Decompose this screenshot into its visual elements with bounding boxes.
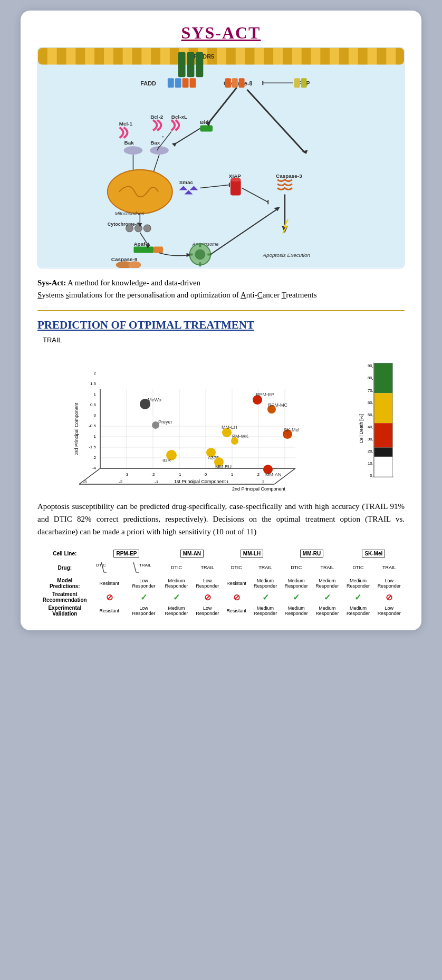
svg-text:SK-Mel: SK-Mel <box>284 427 300 433</box>
section-divider <box>37 310 405 311</box>
rec-mman-trail: ⊘ <box>192 590 223 604</box>
svg-text:-1: -1 <box>92 434 97 439</box>
exp-rpmen-dtic: Resistant <box>92 604 127 618</box>
pathway-svg: DR4/DR5 FADD Caspase-8 cFLIP <box>38 47 404 268</box>
svg-text:50: 50 <box>368 412 372 417</box>
svg-rect-30 <box>200 126 213 132</box>
section2-title: PREDICTION OF OTPIMAL TREATMENT <box>37 319 405 332</box>
rec-mmru-dtic: ✓ <box>281 590 312 604</box>
svg-rect-73 <box>199 262 201 266</box>
svg-rect-14 <box>225 78 231 88</box>
svg-point-26 <box>124 146 143 155</box>
svg-rect-72 <box>199 243 201 247</box>
drug-mmlh-dtic: DTIC <box>223 559 250 577</box>
svg-rect-5 <box>178 52 186 78</box>
pred-mman-dtic: MediumResponder <box>161 577 192 590</box>
svg-point-71 <box>195 249 205 260</box>
drug-mman-dtic: DTIC <box>161 559 192 577</box>
svg-text:1: 1 <box>226 479 229 484</box>
exp-mmru-trail: MediumResponder <box>312 604 343 618</box>
svg-text:Mcl-1: Mcl-1 <box>119 121 133 127</box>
svg-text:-1.5: -1.5 <box>89 445 96 449</box>
svg-rect-66 <box>153 247 163 253</box>
rec-mmru-trail: ✓ <box>312 590 343 604</box>
exp-mman-dtic: MediumResponder <box>161 604 192 618</box>
svg-text:2: 2 <box>262 479 265 484</box>
svg-text:90: 90 <box>368 363 372 368</box>
pred-skmel-dtic: MediumResponder <box>343 577 374 590</box>
svg-text:0: 0 <box>370 473 372 478</box>
svg-rect-173 <box>374 393 392 423</box>
svg-text:-2: -2 <box>119 479 123 484</box>
validation-table: Cell Line: RPM-EP MM-AN MM-LH MM-RU SK-M… <box>37 549 405 618</box>
svg-rect-18 <box>294 78 300 88</box>
table-row-drug: Drug: DTIC TRAIL <box>37 559 405 577</box>
svg-text:RPM-MC: RPM-MC <box>268 402 287 408</box>
svg-point-60 <box>134 225 142 232</box>
svg-rect-9 <box>168 78 174 88</box>
svg-text:Bak: Bak <box>124 140 134 146</box>
svg-point-59 <box>126 225 133 232</box>
svg-text:Smac: Smac <box>179 179 194 185</box>
pred-mman-trail: LowResponder <box>192 577 223 590</box>
drug-skmel-trail: TRAIL <box>373 559 405 577</box>
row-label-cellline: Cell Line: <box>37 549 92 559</box>
svg-point-28 <box>150 146 169 155</box>
trail-label: TRAIL <box>43 336 405 344</box>
svg-text:2nd Principal Component: 2nd Principal Component <box>232 486 286 492</box>
svg-point-44 <box>108 170 172 214</box>
svg-text:70: 70 <box>368 388 372 393</box>
exp-mmlh-trail: MediumResponder <box>250 604 281 618</box>
svg-text:-2: -2 <box>151 472 155 477</box>
pred-mmlh-trail: MediumResponder <box>250 577 281 590</box>
svg-text:PM-WK: PM-WK <box>232 434 248 439</box>
svg-text:MM-RU: MM-RU <box>215 464 232 469</box>
pred-rpmen-dtic: Resistant <box>92 577 127 590</box>
svg-text:-2: -2 <box>92 455 97 460</box>
svg-text:0: 0 <box>190 479 193 484</box>
drug-mmru-dtic: DTIC <box>281 559 312 577</box>
svg-text:Caspase-3: Caspase-3 <box>276 173 302 179</box>
cellline-skmel: SK-Mel <box>343 549 405 559</box>
svg-rect-51 <box>230 180 241 196</box>
svg-point-52 <box>230 178 241 182</box>
svg-text:MeWo: MeWo <box>148 397 161 402</box>
cellline-rpmen: RPM-EP <box>92 549 161 559</box>
prediction-text: Apoptosis susceptibility can be predicte… <box>37 500 405 538</box>
svg-rect-7 <box>196 52 203 78</box>
svg-text:-0.5: -0.5 <box>89 424 96 428</box>
chart-area: -4 -2 -1.5 -1 -0.5 0 0.5 1 1.5 2 3rd Pri… <box>37 347 405 495</box>
exp-skmel-dtic: MediumResponder <box>343 604 374 618</box>
svg-text:80: 80 <box>368 376 372 380</box>
exp-mmlh-dtic: Resistant <box>223 604 250 618</box>
svg-rect-175 <box>374 447 392 456</box>
svg-rect-0 <box>38 48 404 267</box>
svg-point-61 <box>143 225 151 232</box>
drug-mmru-trail: TRAIL <box>312 559 343 577</box>
rec-mmlh-trail: ✓ <box>250 590 281 604</box>
svg-text:-3: -3 <box>83 479 87 484</box>
svg-rect-19 <box>301 78 307 88</box>
svg-rect-174 <box>374 423 392 447</box>
pred-mmlh-dtic: Resistant <box>223 577 250 590</box>
svg-rect-6 <box>187 52 195 78</box>
svg-text:FADD: FADD <box>140 80 156 87</box>
svg-rect-172 <box>374 363 392 393</box>
bar-chart-svg: Cell Death [%] 0 10 20 30 40 50 60 70 80… <box>357 358 405 495</box>
rec-skmel-dtic: ✓ <box>343 590 374 604</box>
svg-text:Cell Death [%]: Cell Death [%] <box>359 414 364 443</box>
row-label-model: ModelPredictions: <box>37 577 92 590</box>
svg-text:0: 0 <box>205 472 207 477</box>
pathway-diagram: DR4/DR5 FADD Caspase-8 cFLIP <box>37 47 405 268</box>
svg-text:1st Principal Component: 1st Principal Component <box>174 479 226 484</box>
svg-text:Bcl-2: Bcl-2 <box>150 114 164 120</box>
scatter-3d-container: -4 -2 -1.5 -1 -0.5 0 0.5 1 1.5 2 3rd Pri… <box>37 347 353 495</box>
row-label-rec: TreatmentRecommendation <box>37 590 92 604</box>
svg-rect-1 <box>38 48 404 65</box>
svg-text:MM-AN: MM-AN <box>265 472 282 477</box>
main-card: SYS-ACT DR4/DR5 FADD <box>21 11 421 630</box>
cellline-mmlh: MM-LH <box>223 549 281 559</box>
svg-rect-65 <box>133 247 153 253</box>
table-row-rec: TreatmentRecommendation ⊘ ✓ ✓ ⊘ ⊘ ✓ ✓ ✓ … <box>37 590 405 604</box>
svg-text:Preyer: Preyer <box>158 419 172 425</box>
